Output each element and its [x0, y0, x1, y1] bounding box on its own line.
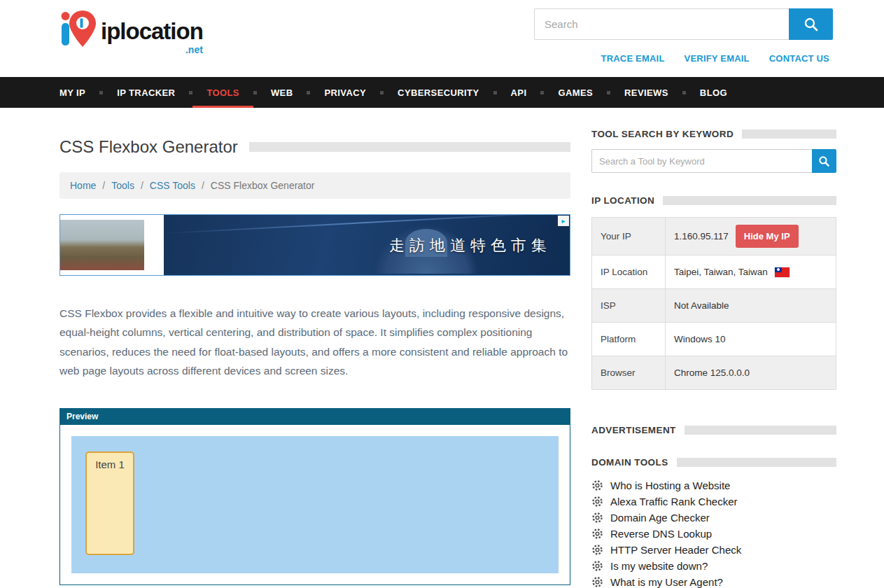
domain-tool-link-hosting[interactable]: Who is Hosting a Website [610, 479, 730, 491]
nav-item-api[interactable]: API [497, 77, 541, 108]
page-body: CSS Flexbox Generator Home / Tools / CSS… [0, 108, 884, 588]
breadcrumb-tools[interactable]: Tools [111, 180, 134, 191]
iplocation-logo-icon [59, 8, 98, 50]
gear-icon [591, 544, 603, 556]
domain-tool-link-website-down[interactable]: Is my website down? [610, 560, 708, 572]
tool-search [591, 149, 836, 173]
row-label: Browser [592, 356, 666, 389]
contact-us-link[interactable]: CONTACT US [769, 53, 829, 64]
nav-item-games[interactable]: GAMES [544, 77, 607, 108]
list-item: Is my website down? [591, 560, 836, 572]
table-row-platform: Platform Windows 10 [592, 323, 836, 356]
logo-text: iplocation [101, 18, 203, 44]
table-row-your-ip: Your IP 1.160.95.117 Hide My IP [592, 218, 836, 255]
heading-decorative-bar [677, 458, 836, 467]
gear-icon [591, 512, 603, 524]
logo[interactable]: iplocation .net [59, 8, 203, 50]
ad-main-image: 走訪地道特色市集 [164, 215, 570, 275]
flex-preview-container: Item 1 [71, 436, 559, 573]
row-label: Platform [592, 323, 666, 356]
list-item: Reverse DNS Lookup [591, 528, 836, 540]
hide-my-ip-button[interactable]: Hide My IP [736, 225, 799, 248]
page-title-row: CSS Flexbox Generator [59, 137, 570, 157]
nav-item-reviews[interactable]: REVIEWS [610, 77, 682, 108]
row-value: 1.160.95.117 Hide My IP [666, 218, 836, 255]
taiwan-flag-icon [775, 267, 790, 277]
search-icon [804, 17, 819, 32]
row-value: Taipei, Taiwan, Taiwan [666, 255, 836, 288]
table-row-browser: Browser Chrome 125.0.0.0 [592, 356, 836, 390]
ip-info-table: Your IP 1.160.95.117 Hide My IP IP Locat… [591, 217, 836, 390]
trace-email-link[interactable]: TRACE EMAIL [601, 53, 665, 64]
nav-item-cybersecurity[interactable]: CYBERSECURITY [384, 77, 493, 108]
ad-choices-icon[interactable]: ▸ [558, 216, 569, 226]
preview-header: Preview [60, 409, 570, 425]
breadcrumb-separator: / [202, 180, 204, 191]
ad-text: 走訪地道特色市集 [389, 235, 552, 256]
row-value: Windows 10 [666, 323, 836, 356]
table-row-ip-location: IP Location Taipei, Taiwan, Taiwan [592, 255, 836, 289]
breadcrumb-separator: / [141, 180, 143, 191]
row-value: Chrome 125.0.0.0 [666, 356, 836, 389]
main-content: CSS Flexbox Generator Home / Tools / CSS… [59, 129, 570, 588]
gear-icon [591, 479, 603, 491]
row-label: ISP [592, 289, 666, 322]
domain-tool-link-http-header[interactable]: HTTP Server Header Check [610, 544, 741, 556]
gear-icon [591, 560, 603, 572]
breadcrumb-separator: / [102, 180, 105, 191]
domain-tool-link-domain-age[interactable]: Domain Age Checker [610, 512, 710, 524]
gear-icon [591, 576, 603, 588]
heading-decorative-bar [663, 196, 836, 205]
breadcrumb-current: CSS Flexbox Generator [211, 180, 315, 191]
header: iplocation .net TRACE EMAIL VERIFY EMAIL… [0, 0, 884, 77]
nav-item-tools[interactable]: TOOLS [192, 77, 253, 108]
ip-location-heading: IP LOCATION [591, 195, 654, 206]
advertisement-heading-row: ADVERTISEMENT [591, 425, 836, 435]
breadcrumb: Home / Tools / CSS Tools / CSS Flexbox G… [59, 172, 570, 199]
tool-search-heading: TOOL SEARCH BY KEYWORD [591, 129, 734, 139]
domain-tool-link-user-agent[interactable]: What is my User Agent? [610, 576, 723, 588]
breadcrumb-home[interactable]: Home [70, 180, 96, 191]
domain-tools-list: Who is Hosting a Website Alexa Traffic R… [591, 479, 836, 588]
main-nav: MY IP IP TRACKER TOOLS WEB PRIVACY CYBER… [0, 77, 884, 108]
advertisement-heading: ADVERTISEMENT [591, 425, 676, 435]
flex-item-1[interactable]: Item 1 [85, 451, 134, 555]
list-item: What is my User Agent? [591, 576, 836, 588]
nav-item-blog[interactable]: BLOG [686, 77, 741, 108]
logo-text-wrap: iplocation .net [101, 18, 203, 45]
row-value: Not Available [666, 289, 836, 322]
list-item: Who is Hosting a Website [591, 479, 836, 491]
breadcrumb-css-tools[interactable]: CSS Tools [150, 180, 195, 191]
ad-gap [144, 215, 164, 275]
tool-search-input[interactable] [591, 149, 812, 173]
ad-banner[interactable]: 走訪地道特色市集 ▸ [59, 214, 570, 276]
table-row-isp: ISP Not Available [592, 289, 836, 323]
header-links: TRACE EMAIL VERIFY EMAIL CONTACT US [601, 53, 829, 64]
list-item: HTTP Server Header Check [591, 544, 836, 556]
domain-tools-heading-row: DOMAIN TOOLS [591, 457, 836, 468]
page-title: CSS Flexbox Generator [59, 137, 238, 157]
tool-description: CSS Flexbox provides a flexible and intu… [59, 304, 570, 380]
nav-item-ip-tracker[interactable]: IP TRACKER [103, 77, 189, 108]
nav-item-privacy[interactable]: PRIVACY [310, 77, 380, 108]
gear-icon [591, 496, 603, 507]
sidebar: TOOL SEARCH BY KEYWORD IP LOCATION Your … [591, 129, 836, 588]
your-ip-value: 1.160.95.117 [674, 231, 729, 241]
tool-search-heading-row: TOOL SEARCH BY KEYWORD [591, 129, 836, 139]
header-search [534, 8, 833, 40]
heading-decorative-bar [742, 130, 836, 139]
verify-email-link[interactable]: VERIFY EMAIL [685, 53, 750, 64]
nav-item-my-ip[interactable]: MY IP [45, 77, 99, 108]
domain-tool-link-alexa-rank[interactable]: Alexa Traffic Rank Checker [610, 496, 737, 507]
domain-tools-heading: DOMAIN TOOLS [591, 457, 668, 468]
tool-search-button[interactable] [812, 149, 836, 173]
nav-item-web[interactable]: WEB [257, 77, 307, 108]
logo-suffix: .net [185, 44, 203, 55]
search-button[interactable] [789, 8, 833, 40]
gear-icon [591, 528, 603, 540]
list-item: Domain Age Checker [591, 512, 836, 524]
search-icon [818, 155, 830, 167]
search-input[interactable] [534, 8, 789, 40]
domain-tool-link-reverse-dns[interactable]: Reverse DNS Lookup [610, 528, 712, 540]
preview-body: Item 1 [60, 425, 570, 584]
